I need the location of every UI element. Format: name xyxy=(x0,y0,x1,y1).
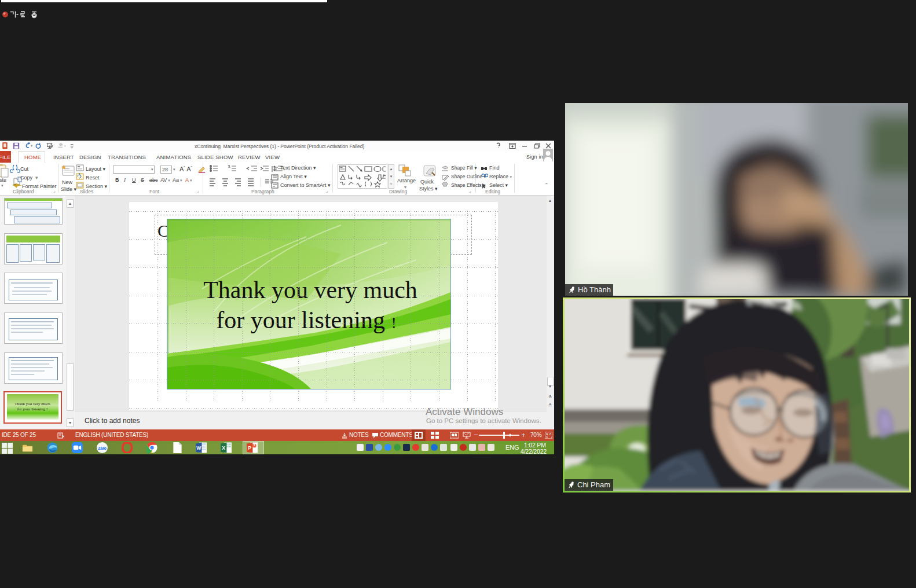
svg-text:Thank you very much: Thank you very much xyxy=(203,277,417,303)
svg-text:Zalo: Zalo xyxy=(98,446,107,451)
svg-text:W: W xyxy=(196,445,201,451)
svg-text:for your listening !: for your listening ! xyxy=(216,307,396,333)
svg-text:for your listening !: for your listening ! xyxy=(17,407,48,411)
svg-text:Thank you very much: Thank you very much xyxy=(14,402,50,406)
svg-text:X: X xyxy=(222,445,225,451)
svg-text:P: P xyxy=(248,445,251,451)
